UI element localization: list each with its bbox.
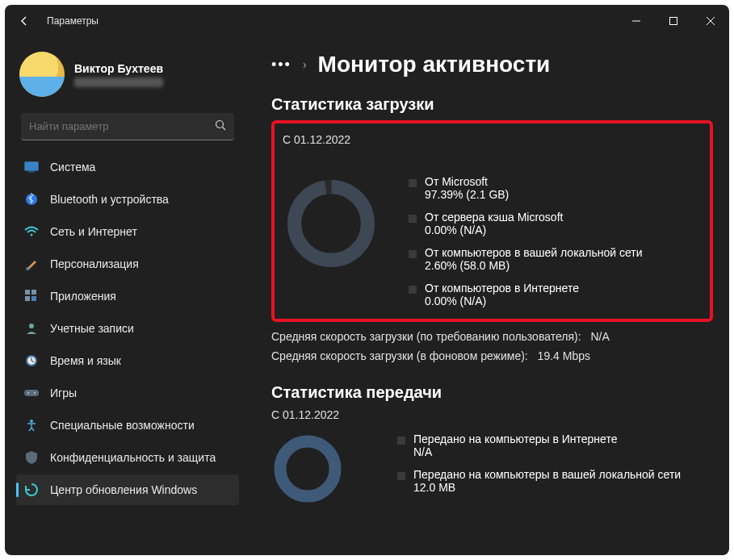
svg-point-7 xyxy=(31,234,33,236)
minimize-button[interactable] xyxy=(618,8,655,34)
gamepad-icon xyxy=(24,386,39,400)
shield-icon xyxy=(24,450,39,465)
search-box[interactable] xyxy=(21,113,234,140)
window-title: Параметры xyxy=(47,15,99,27)
chevron-right-icon: › xyxy=(303,58,307,71)
svg-rect-10 xyxy=(31,290,36,295)
sidebar-item-network[interactable]: Сеть и Интернет xyxy=(16,216,239,247)
svg-point-13 xyxy=(29,324,34,328)
svg-rect-4 xyxy=(25,162,39,171)
legend-swatch xyxy=(397,437,405,445)
nav-list: Система Bluetooth и устройства Сеть и Ин… xyxy=(13,152,242,505)
legend-value: 97.39% (2.1 GB) xyxy=(425,188,509,201)
upload-legend: Передано на компьютеры в Интернете N/A П… xyxy=(397,429,713,494)
legend-item: Передано на компьютеры в Интернете N/A xyxy=(397,433,713,458)
legend-value: N/A xyxy=(413,445,617,458)
svg-rect-9 xyxy=(25,290,30,295)
svg-rect-16 xyxy=(24,390,39,396)
avatar xyxy=(19,52,65,97)
sidebar-item-label: Специальные возможности xyxy=(50,419,195,432)
legend-value: 0.00% (N/A) xyxy=(425,295,579,307)
svg-point-18 xyxy=(34,392,36,394)
upload-since: С 01.12.2022 xyxy=(271,408,713,421)
sidebar-item-system[interactable]: Система xyxy=(16,152,239,182)
legend-label: Передано на компьютеры в Интернете xyxy=(413,433,617,445)
avg-value: 19.4 Mbps xyxy=(538,349,590,362)
maximize-button[interactable] xyxy=(655,8,692,34)
sidebar-item-apps[interactable]: Приложения xyxy=(16,281,239,311)
svg-point-22 xyxy=(280,441,335,496)
sidebar-item-personalization[interactable]: Персонализация xyxy=(16,249,239,279)
svg-point-2 xyxy=(216,120,224,127)
svg-rect-12 xyxy=(31,296,36,301)
search-icon xyxy=(215,119,226,134)
update-icon xyxy=(24,483,39,497)
svg-point-19 xyxy=(30,420,33,423)
display-icon xyxy=(24,160,39,174)
avg-label: Средняя скорость загрузки (по требованию… xyxy=(271,330,581,343)
svg-point-6 xyxy=(26,194,37,205)
sidebar-item-gaming[interactable]: Игры xyxy=(16,378,239,408)
sidebar-item-label: Центр обновления Windows xyxy=(50,483,197,496)
main-content: ••• › Монитор активности Статистика загр… xyxy=(247,37,729,555)
sidebar-item-time[interactable]: Время и язык xyxy=(16,345,239,376)
sidebar-item-label: Конфиденциальность и защита xyxy=(50,451,216,464)
download-donut-chart xyxy=(283,154,388,274)
settings-window: Параметры Виктор Бухтеев xyxy=(5,5,729,555)
avg-label: Средняя скорость загрузки (в фоновом реж… xyxy=(271,349,528,362)
upload-section-title: Статистика передачи xyxy=(271,383,713,402)
legend-label: От Microsoft xyxy=(425,175,509,188)
sidebar-item-label: Время и язык xyxy=(50,354,121,367)
legend-item: От сервера кэша Microsoft 0.00% (N/A) xyxy=(409,211,702,236)
sidebar-item-accounts[interactable]: Учетные записи xyxy=(16,313,239,344)
legend-value: 2.60% (58.0 MB) xyxy=(425,259,643,272)
search-input[interactable] xyxy=(29,120,215,132)
breadcrumb: ••• › Монитор активности xyxy=(271,52,713,77)
brush-icon xyxy=(24,257,39,271)
avg-speed-background: Средняя скорость загрузки (в фоновом реж… xyxy=(271,349,713,362)
close-button[interactable] xyxy=(692,8,729,34)
avg-speed-demand: Средняя скорость загрузки (по требованию… xyxy=(271,330,713,343)
sidebar-item-accessibility[interactable]: Специальные возможности xyxy=(16,410,239,441)
clock-icon xyxy=(24,353,39,368)
legend-label: От компьютеров в вашей локальной сети xyxy=(425,246,643,259)
person-icon xyxy=(24,321,39,336)
svg-rect-1 xyxy=(670,18,677,25)
sidebar-item-label: Персонализация xyxy=(50,257,139,270)
sidebar-item-bluetooth[interactable]: Bluetooth и устройства xyxy=(16,184,239,215)
sidebar-item-label: Система xyxy=(50,161,95,173)
legend-swatch xyxy=(409,250,417,258)
legend-label: От сервера кэша Microsoft xyxy=(425,211,563,224)
breadcrumb-overflow[interactable]: ••• xyxy=(271,56,292,73)
svg-line-3 xyxy=(223,127,226,130)
sidebar-item-label: Приложения xyxy=(50,290,116,303)
legend-item: От компьютеров в вашей локальной сети 2.… xyxy=(409,246,702,272)
sidebar-item-label: Учетные записи xyxy=(50,322,134,335)
svg-rect-5 xyxy=(28,171,35,173)
svg-point-21 xyxy=(295,187,368,261)
sidebar-item-privacy[interactable]: Конфиденциальность и защита xyxy=(16,442,239,473)
sidebar-item-label: Bluetooth и устройства xyxy=(50,193,169,206)
wifi-icon xyxy=(24,224,39,239)
svg-rect-11 xyxy=(25,296,30,301)
download-legend: От Microsoft 97.39% (2.1 GB) От сервера … xyxy=(409,154,702,307)
bluetooth-icon xyxy=(24,192,39,207)
legend-item: Передано на компьютеры в вашей локальной… xyxy=(397,468,713,494)
sidebar-item-label: Сеть и Интернет xyxy=(50,225,137,238)
legend-value: 12.0 MB xyxy=(413,481,681,494)
legend-swatch xyxy=(409,179,417,187)
back-button[interactable] xyxy=(16,13,32,29)
legend-swatch xyxy=(409,215,417,223)
window-controls xyxy=(618,8,729,34)
sidebar-item-label: Игры xyxy=(50,387,77,399)
profile-name: Виктор Бухтеев xyxy=(74,62,163,75)
download-section-title: Статистика загрузки xyxy=(271,95,713,114)
accessibility-icon xyxy=(24,418,39,433)
svg-point-17 xyxy=(27,392,29,394)
upload-donut-chart xyxy=(271,429,376,508)
download-stats-highlight: С 01.12.2022 От Microsoft 9 xyxy=(271,120,713,322)
profile-block[interactable]: Виктор Бухтеев xyxy=(13,45,242,108)
legend-label: Передано на компьютеры в вашей локальной… xyxy=(413,468,681,481)
sidebar-item-update[interactable]: Центр обновления Windows xyxy=(16,474,239,505)
svg-point-8 xyxy=(26,267,29,270)
